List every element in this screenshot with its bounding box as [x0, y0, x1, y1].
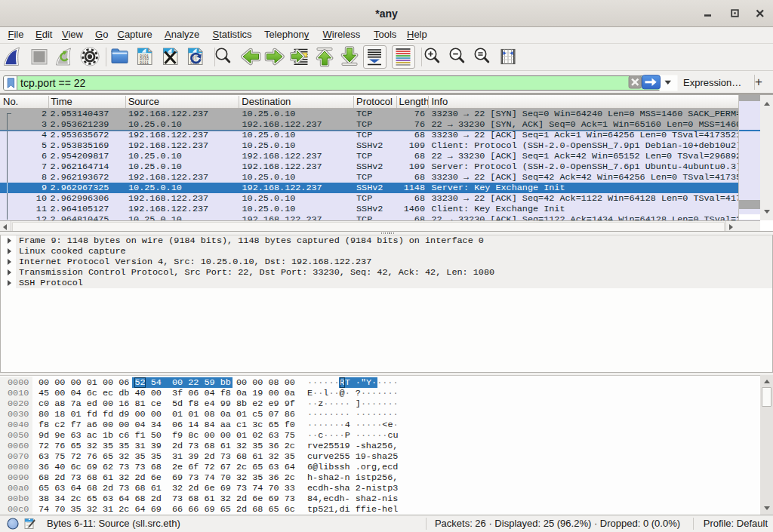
svg-text:0111: 0111 [140, 61, 149, 66]
